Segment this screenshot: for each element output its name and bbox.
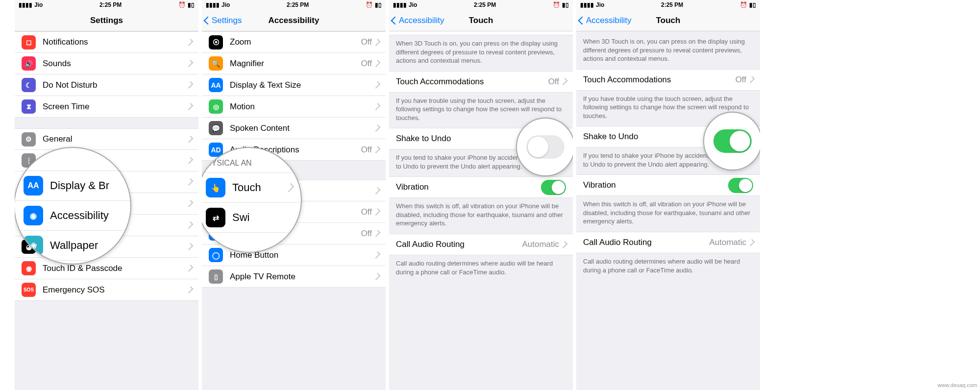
row-emergency-sos[interactable]: SOSEmergency SOS xyxy=(15,279,198,301)
nav-bar: Accessibility Touch xyxy=(576,10,760,31)
row-vibration[interactable]: Vibration xyxy=(389,176,573,198)
status-time: 2:25 PM xyxy=(661,1,683,8)
chevron-icon xyxy=(373,39,381,46)
vibration-toggle[interactable] xyxy=(728,178,753,193)
row-vibration[interactable]: Vibration xyxy=(576,174,760,196)
gear-icon: ⚙ xyxy=(22,132,36,146)
magnifier-accessibility: er AADisplay & Br ◉Accessibility ❀Wallpa… xyxy=(15,147,131,265)
back-button[interactable]: Settings xyxy=(202,16,242,25)
carrier: Jio xyxy=(221,1,230,8)
speech-icon: 💬 xyxy=(209,121,223,135)
row-notifications[interactable]: ◻Notifications xyxy=(15,31,198,53)
battery-icon: ▮▯ xyxy=(375,1,382,8)
row-do-not-disturb[interactable]: ☾Do Not Disturb xyxy=(15,74,198,96)
row-touch-id[interactable]: ◉Touch ID & Passcode xyxy=(15,258,198,279)
page-title: Settings xyxy=(15,16,198,25)
sos-icon: SOS xyxy=(22,283,36,297)
touch-icon: 👆 xyxy=(206,178,225,197)
chevron-left-icon xyxy=(579,16,585,25)
row-spoken-content[interactable]: 💬Spoken Content xyxy=(202,118,386,139)
chevron-icon xyxy=(373,208,381,216)
status-time: 2:25 PM xyxy=(474,1,496,8)
row-screen-time[interactable]: ⧗Screen Time xyxy=(15,96,198,118)
chevron-icon xyxy=(561,78,568,85)
signal-icon: ▮▮▮▮ xyxy=(393,1,407,8)
chevron-icon xyxy=(285,183,294,192)
desc-vibration: When this switch is off, all vibration o… xyxy=(389,198,573,234)
accessibility-icon: ◉ xyxy=(24,206,43,225)
text-size-icon: AA xyxy=(209,78,223,92)
signal-icon: ▮▮▮▮ xyxy=(580,1,594,8)
desc-vibration: When this switch is off, all vibration o… xyxy=(576,196,760,232)
desc-3d-touch: When 3D Touch is on, you can press on th… xyxy=(576,31,760,69)
row-display-text-size[interactable]: AADisplay & Text Size xyxy=(202,74,386,96)
home-icon: ◯ xyxy=(209,248,223,262)
sounds-icon: 🔊 xyxy=(22,56,36,71)
row-apple-tv-remote[interactable]: ▯Apple TV Remote xyxy=(202,266,386,288)
alarm-icon: ⏰ xyxy=(366,1,373,8)
back-button[interactable]: Accessibility xyxy=(576,16,632,25)
chevron-left-icon xyxy=(205,16,211,25)
row-call-audio-routing[interactable]: Call Audio RoutingAutomatic xyxy=(389,234,573,255)
screen-accessibility: ▮▮▮▮Jio 2:25 PM ⏰▮▯ Settings Accessibili… xyxy=(202,0,387,390)
screen-touch-on: ▮▮▮▮Jio 2:25 PM ⏰▮▯ Accessibility Touch … xyxy=(576,0,761,390)
shake-to-undo-toggle-zoom[interactable] xyxy=(526,135,564,159)
desc-call-audio: Call audio routing determines where audi… xyxy=(389,255,573,282)
status-bar: ▮▮▮▮Jio 2:25 PM ⏰▮▯ xyxy=(202,0,386,10)
status-time: 2:25 PM xyxy=(99,1,122,8)
switch-icon: ⇄ xyxy=(206,208,225,227)
screen-touch-off: ▮▮▮▮Jio 2:25 PM ⏰▮▯ Accessibility Touch … xyxy=(389,0,574,390)
status-bar: ▮▮▮▮Jio 2:25 PM ⏰▮▯ xyxy=(576,0,760,10)
mag-row-touch[interactable]: 👆Touch xyxy=(202,173,301,203)
shake-to-undo-toggle-zoom[interactable] xyxy=(713,129,752,153)
signal-icon: ▮▮▮▮ xyxy=(206,1,220,8)
fingerprint-icon: ◉ xyxy=(22,261,36,275)
chevron-icon xyxy=(373,230,381,237)
desc-call-audio: Call audio routing determines where audi… xyxy=(576,253,760,280)
screen-settings: ▮▮▮▮Jio 2:25 PM ⏰▮▯ Settings ◻Notificati… xyxy=(15,0,200,390)
nav-bar: Settings xyxy=(15,10,198,31)
magnifier-toggle-on xyxy=(703,112,761,171)
row-touch-accommodations[interactable]: Touch AccommodationsOff xyxy=(576,69,760,91)
notifications-icon: ◻ xyxy=(22,35,36,49)
battery-icon: ▮▯ xyxy=(749,1,756,8)
battery-icon: ▮▯ xyxy=(188,1,195,8)
hourglass-icon: ⧗ xyxy=(22,99,36,114)
nav-bar: Accessibility Touch xyxy=(389,10,573,31)
chevron-icon xyxy=(561,241,568,248)
text-size-icon: AA xyxy=(24,176,43,195)
remote-icon: ▯ xyxy=(209,269,223,284)
mag-row-switch[interactable]: ⇄Swi xyxy=(202,203,301,233)
motion-icon: ◎ xyxy=(209,99,223,114)
row-general[interactable]: ⚙General xyxy=(15,128,198,150)
vibration-toggle[interactable] xyxy=(541,180,566,195)
nav-bar: Settings Accessibility xyxy=(202,10,386,31)
magnifier-icon: 🔍 xyxy=(209,56,223,71)
moon-icon: ☾ xyxy=(22,78,36,92)
carrier: Jio xyxy=(34,1,43,8)
status-time: 2:25 PM xyxy=(287,1,309,8)
alarm-icon: ⏰ xyxy=(553,1,560,8)
chevron-icon xyxy=(748,76,755,83)
battery-icon: ▮▯ xyxy=(562,1,569,8)
row-motion[interactable]: ◎Motion xyxy=(202,96,386,118)
chevron-icon xyxy=(748,239,755,246)
chevron-icon xyxy=(373,146,381,153)
row-zoom[interactable]: ⦿ZoomOff xyxy=(202,31,386,53)
chevron-left-icon xyxy=(392,16,398,25)
signal-icon: ▮▮▮▮ xyxy=(19,1,32,8)
chevron-icon xyxy=(373,60,381,67)
status-bar: ▮▮▮▮Jio 2:25 PM ⏰▮▯ xyxy=(389,0,573,10)
carrier: Jio xyxy=(596,1,604,8)
back-button[interactable]: Accessibility xyxy=(389,16,444,25)
row-sounds[interactable]: 🔊Sounds xyxy=(15,53,198,74)
row-touch-accommodations[interactable]: Touch AccommodationsOff xyxy=(389,71,573,93)
row-call-audio-routing[interactable]: Call Audio RoutingAutomatic xyxy=(576,232,760,253)
carrier: Jio xyxy=(409,1,417,8)
watermark: www.deuaq.com xyxy=(937,382,977,388)
alarm-icon: ⏰ xyxy=(740,1,747,8)
mag-row-display[interactable]: AADisplay & Br xyxy=(15,171,130,201)
row-magnifier[interactable]: 🔍MagnifierOff xyxy=(202,53,386,74)
mag-row-accessibility[interactable]: ◉Accessibility xyxy=(15,201,130,231)
status-bar: ▮▮▮▮Jio 2:25 PM ⏰▮▯ xyxy=(15,0,198,10)
